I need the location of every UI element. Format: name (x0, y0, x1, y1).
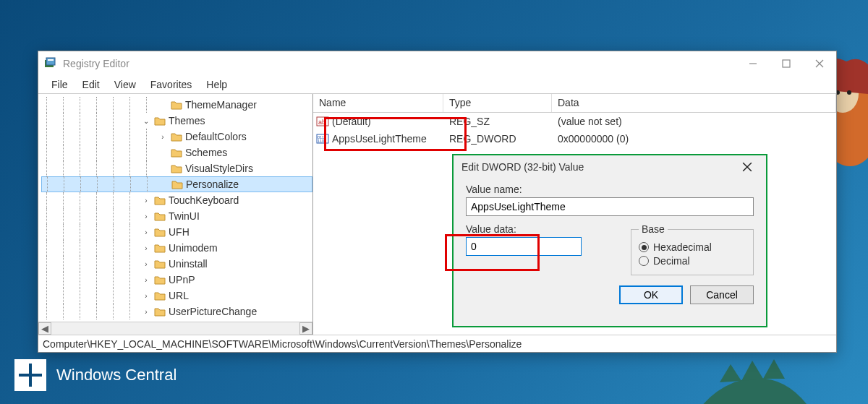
col-header-type[interactable]: Type (443, 94, 552, 112)
tree-toggle-icon[interactable]: ⌄ (141, 117, 151, 125)
value-type: REG_SZ (443, 116, 552, 127)
tree-item[interactable]: Schemes (41, 145, 312, 160)
scroll-left-icon[interactable]: ◀ (38, 322, 51, 335)
tree-item-label: DefaultColors (185, 131, 247, 142)
svg-rect-9 (46, 58, 55, 65)
tree-item-label: UPnP (169, 274, 195, 285)
ok-button[interactable]: OK (619, 285, 683, 304)
dialog-title: Edit DWORD (32-bit) Value (461, 161, 584, 173)
tree-toggle-icon[interactable]: › (141, 308, 151, 316)
tree-item-label: VisualStyleDirs (185, 163, 253, 174)
tree-toggle-icon[interactable]: › (141, 260, 151, 268)
radio-icon (639, 256, 649, 266)
tree-item[interactable]: ⌄Themes (41, 113, 312, 129)
list-row[interactable]: ab(Default)REG_SZ(value not set) (313, 113, 836, 130)
menu-help[interactable]: Help (200, 77, 233, 92)
menu-file[interactable]: File (46, 77, 74, 92)
folder-icon (154, 291, 166, 301)
tree-item-label: URL (169, 290, 189, 301)
value-data-field[interactable] (466, 237, 582, 256)
folder-icon (154, 259, 166, 269)
tree-toggle-icon[interactable]: › (141, 276, 151, 284)
folder-icon (154, 227, 166, 237)
folder-icon (154, 243, 166, 253)
tree-item[interactable]: ›DefaultColors (41, 129, 312, 145)
folder-icon (154, 275, 166, 285)
tree-toggle-icon[interactable]: › (141, 212, 151, 220)
folder-icon (154, 306, 166, 317)
radio-decimal[interactable]: Decimal (639, 255, 746, 267)
tree-toggle-icon[interactable]: › (141, 292, 151, 300)
folder-icon (171, 132, 182, 142)
radio-icon (639, 242, 649, 252)
radio-hexadecimal[interactable]: Hexadecimal (639, 241, 746, 253)
value-name: AppsUseLightTheme (332, 133, 427, 145)
dialog-close-button[interactable] (736, 155, 758, 179)
tree-toggle-icon[interactable]: › (141, 244, 151, 252)
scroll-right-icon[interactable]: ▶ (299, 322, 312, 335)
tree-item[interactable]: ›TwinUI (41, 208, 312, 224)
reg-dword-icon: 011110 (316, 132, 329, 145)
tree-item[interactable]: ›UPnP (41, 272, 312, 288)
folder-icon (171, 100, 182, 110)
list-header: Name Type Data (313, 94, 836, 113)
tree-item[interactable]: VisualStyleDirs (41, 160, 312, 176)
windows-central-logo-icon (14, 359, 46, 391)
watermark-text: Windows Central (56, 366, 176, 384)
folder-icon (154, 116, 166, 126)
svg-rect-12 (783, 60, 790, 67)
folder-icon (154, 211, 166, 221)
list-row[interactable]: 011110AppsUseLightThemeREG_DWORD0x000000… (313, 130, 836, 147)
tree-item-label: Themes (169, 115, 205, 126)
svg-marker-6 (763, 359, 785, 379)
tree-pane: ThemeManager⌄Themes›DefaultColorsSchemes… (38, 94, 313, 335)
menu-favorites[interactable]: Favorites (145, 77, 198, 92)
minimize-button[interactable] (736, 51, 770, 76)
tree-item[interactable]: Personalize (41, 176, 312, 192)
folder-icon (171, 147, 182, 158)
tree-item-label: Schemes (185, 147, 227, 158)
tree-item[interactable]: ›UFH (41, 224, 312, 240)
menu-edit[interactable]: Edit (77, 77, 106, 92)
menu-view[interactable]: View (109, 77, 142, 92)
value-name-field[interactable] (466, 197, 754, 216)
tree-item[interactable]: ›Unimodem (41, 240, 312, 256)
maximize-button[interactable] (770, 51, 803, 76)
reg-sz-icon: ab (316, 115, 329, 128)
tree-item[interactable]: ›UserPictureChange (41, 304, 312, 319)
value-name: (Default) (332, 116, 371, 127)
tree-item-label: Uninstall (169, 258, 208, 270)
tree-toggle-icon[interactable]: › (158, 133, 168, 141)
value-data-label: Value data: (466, 223, 615, 235)
windows-central-watermark: Windows Central (14, 359, 176, 391)
tree-item-label: TouchKeyboard (169, 194, 239, 206)
col-header-data[interactable]: Data (552, 94, 836, 112)
value-data: 0x00000000 (0) (552, 133, 836, 145)
tree-item-label: TwinUI (169, 210, 200, 222)
svg-text:110: 110 (318, 139, 324, 143)
tree-item-label: ThemeManager (185, 99, 257, 111)
tree-toggle-icon[interactable]: › (141, 197, 151, 205)
close-button[interactable] (803, 51, 836, 76)
base-fieldset: Base Hexadecimal Decimal (631, 223, 754, 275)
svg-marker-4 (720, 364, 741, 382)
menubar: File Edit View Favorites Help (38, 76, 836, 93)
tree-item[interactable]: ThemeManager (41, 97, 312, 113)
statusbar-path: Computer\HKEY_LOCAL_MACHINE\SOFTWARE\Mic… (38, 335, 836, 352)
tree-horizontal-scrollbar[interactable]: ◀ ▶ (38, 322, 312, 335)
dialog-titlebar[interactable]: Edit DWORD (32-bit) Value (453, 155, 767, 179)
folder-icon (171, 163, 182, 173)
tree-item-label: UserPictureChange (169, 306, 257, 317)
svg-marker-5 (741, 361, 763, 381)
tree-item[interactable]: ›URL (41, 288, 312, 304)
folder-icon (154, 195, 166, 205)
titlebar[interactable]: Registry Editor (38, 51, 836, 76)
window-title: Registry Editor (63, 58, 129, 69)
tree-item-label: Personalize (186, 179, 239, 190)
cancel-button[interactable]: Cancel (690, 285, 754, 304)
col-header-name[interactable]: Name (313, 94, 443, 112)
folder-icon (171, 179, 183, 189)
tree-item[interactable]: ›Uninstall (41, 256, 312, 272)
tree-item[interactable]: ›TouchKeyboard (41, 192, 312, 208)
tree-toggle-icon[interactable]: › (141, 228, 151, 236)
